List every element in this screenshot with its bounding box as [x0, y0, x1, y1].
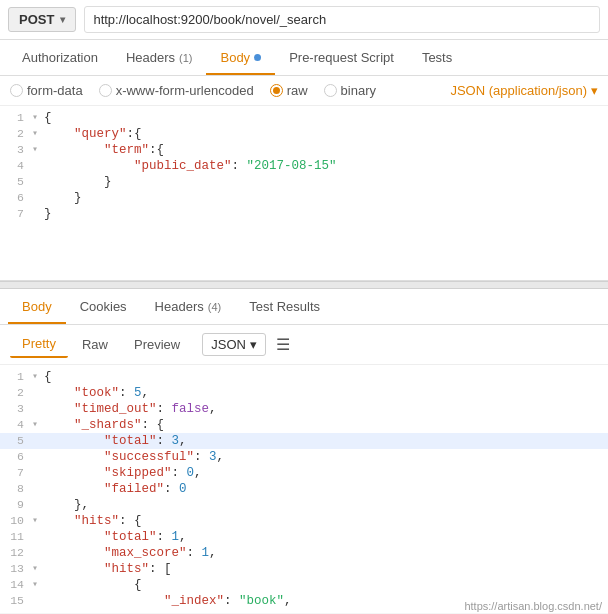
- request-tabs: Authorization Headers (1) Body Pre-reque…: [0, 40, 608, 76]
- radio-urlencoded[interactable]: x-www-form-urlencoded: [99, 83, 254, 98]
- resp-tab-headers-count: (4): [208, 301, 221, 313]
- req-line-7: 7 }: [0, 206, 608, 222]
- tab-authorization[interactable]: Authorization: [8, 40, 112, 75]
- tab-authorization-label: Authorization: [22, 50, 98, 65]
- json-format-select[interactable]: JSON ▾: [202, 333, 266, 356]
- resp-line-1: 1 ▾ {: [0, 369, 608, 385]
- resp-line-7: 7 "skipped": 0,: [0, 465, 608, 481]
- tab-body-dot: [254, 54, 261, 61]
- req-line-2: 2 ▾ "query":{: [0, 126, 608, 142]
- radio-urlencoded-circle: [99, 84, 112, 97]
- req-line-3: 3 ▾ "term":{: [0, 142, 608, 158]
- tab-headers-label: Headers: [126, 50, 175, 65]
- radio-raw-circle: [270, 84, 283, 97]
- req-line-6: 6 }: [0, 190, 608, 206]
- response-body: 1 ▾ { 2 "took": 5, 3 "timed_out": false,…: [0, 365, 608, 613]
- resp-pretty-btn[interactable]: Pretty: [10, 331, 68, 358]
- req-line-5: 5 }: [0, 174, 608, 190]
- format-label: JSON (application/json): [450, 83, 587, 98]
- resp-tab-headers[interactable]: Headers (4): [141, 289, 236, 324]
- tab-body-label: Body: [220, 50, 250, 65]
- wrap-icon[interactable]: ☰: [276, 335, 290, 354]
- resp-line-12: 12 "max_score": 1,: [0, 545, 608, 561]
- tab-pre-request[interactable]: Pre-request Script: [275, 40, 408, 75]
- resp-line-10: 10 ▾ "hits": {: [0, 513, 608, 529]
- resp-raw-btn[interactable]: Raw: [70, 332, 120, 357]
- body-options: form-data x-www-form-urlencoded raw bina…: [0, 76, 608, 106]
- json-format-arrow: ▾: [250, 337, 257, 352]
- resp-line-9: 9 },: [0, 497, 608, 513]
- method-select[interactable]: POST ▾: [8, 7, 76, 32]
- resp-tab-cookies-label: Cookies: [80, 299, 127, 314]
- radio-urlencoded-label: x-www-form-urlencoded: [116, 83, 254, 98]
- watermark: https://artisan.blog.csdn.net/: [464, 600, 602, 612]
- tab-headers[interactable]: Headers (1): [112, 40, 207, 75]
- radio-binary-label: binary: [341, 83, 376, 98]
- section-divider: [0, 281, 608, 289]
- req-line-1: 1 ▾ {: [0, 110, 608, 126]
- resp-line-8: 8 "failed": 0: [0, 481, 608, 497]
- radio-form-data[interactable]: form-data: [10, 83, 83, 98]
- resp-tab-headers-label: Headers: [155, 299, 204, 314]
- resp-line-2: 2 "took": 5,: [0, 385, 608, 401]
- resp-tab-body-label: Body: [22, 299, 52, 314]
- radio-binary-circle: [324, 84, 337, 97]
- resp-tab-cookies[interactable]: Cookies: [66, 289, 141, 324]
- method-label: POST: [19, 12, 54, 27]
- resp-line-4: 4 ▾ "_shards": {: [0, 417, 608, 433]
- radio-form-data-label: form-data: [27, 83, 83, 98]
- url-input[interactable]: [84, 6, 600, 33]
- json-format-label: JSON: [211, 337, 246, 352]
- radio-raw[interactable]: raw: [270, 83, 308, 98]
- tab-headers-count: (1): [179, 52, 192, 64]
- tab-pre-request-label: Pre-request Script: [289, 50, 394, 65]
- radio-form-data-circle: [10, 84, 23, 97]
- resp-preview-btn[interactable]: Preview: [122, 332, 192, 357]
- resp-line-11: 11 "total": 1,: [0, 529, 608, 545]
- resp-options: Pretty Raw Preview JSON ▾ ☰: [0, 325, 608, 365]
- response-tabs: Body Cookies Headers (4) Test Results: [0, 289, 608, 325]
- request-code-editor[interactable]: 1 ▾ { 2 ▾ "query":{ 3 ▾ "term":{ 4 "publ…: [0, 106, 608, 281]
- resp-line-3: 3 "timed_out": false,: [0, 401, 608, 417]
- tab-tests-label: Tests: [422, 50, 452, 65]
- req-line-4: 4 "public_date": "2017-08-15": [0, 158, 608, 174]
- resp-line-5: 5 "total": 3,: [0, 433, 608, 449]
- method-arrow: ▾: [60, 14, 65, 25]
- resp-tab-test-results-label: Test Results: [249, 299, 320, 314]
- resp-tab-body[interactable]: Body: [8, 289, 66, 324]
- resp-line-14: 14 ▾ {: [0, 577, 608, 593]
- resp-line-13: 13 ▾ "hits": [: [0, 561, 608, 577]
- format-select[interactable]: JSON (application/json) ▾: [450, 83, 598, 98]
- radio-binary[interactable]: binary: [324, 83, 376, 98]
- radio-raw-label: raw: [287, 83, 308, 98]
- tab-tests[interactable]: Tests: [408, 40, 466, 75]
- tab-body[interactable]: Body: [206, 40, 275, 75]
- resp-line-6: 6 "successful": 3,: [0, 449, 608, 465]
- resp-tab-test-results[interactable]: Test Results: [235, 289, 334, 324]
- top-bar: POST ▾: [0, 0, 608, 40]
- format-arrow: ▾: [591, 83, 598, 98]
